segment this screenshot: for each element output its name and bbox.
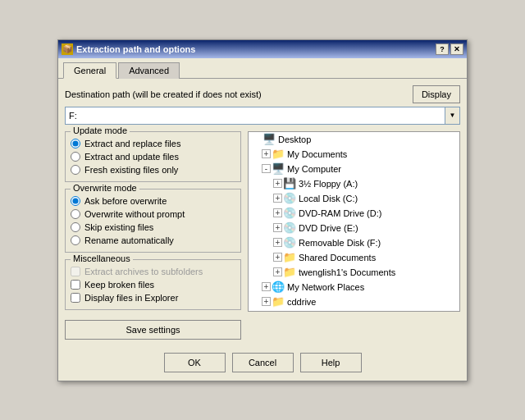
disk-icon: 💿	[283, 236, 296, 249]
tree-item-label: My Documents	[287, 149, 347, 159]
folder-icon: 📁	[283, 251, 296, 264]
network-icon: 🌐	[272, 281, 285, 294]
overwrite-radio-0[interactable]	[71, 196, 80, 206]
overwrite-option-2[interactable]: Skip existing files	[71, 222, 235, 232]
tree-expand-icon	[250, 134, 262, 145]
tree-item-label: My Computer	[287, 164, 341, 174]
tree-item-label: My Network Places	[287, 282, 364, 292]
main-panels: Update mode Extract and replace files Ex…	[65, 131, 460, 340]
overwrite-radio-1[interactable]	[71, 209, 80, 219]
misc-checkbox-0[interactable]	[71, 267, 80, 276]
display-button[interactable]: Display	[413, 85, 460, 103]
disk-icon: 💿	[283, 207, 296, 220]
misc-check-0[interactable]: Extract archives to subfolders	[71, 267, 235, 276]
overwrite-option-0[interactable]: Ask before overwrite	[71, 196, 235, 206]
left-panel: Update mode Extract and replace files Ex…	[65, 131, 241, 340]
overwrite-radio-2[interactable]	[71, 222, 80, 232]
tree-item[interactable]: +💿DVD Drive (E:)	[249, 221, 459, 235]
title-buttons: ? ✕	[436, 43, 463, 55]
tree-expand-icon[interactable]: +	[262, 297, 271, 306]
tree-item[interactable]: +💾3½ Floppy (A:)	[249, 176, 459, 191]
help-title-button[interactable]: ?	[436, 43, 449, 55]
tree-expand-icon[interactable]: +	[273, 208, 282, 217]
tree-item[interactable]: 📁Chat Program	[249, 309, 459, 312]
update-radio-1[interactable]	[71, 152, 80, 162]
tree-item-label: 3½ Floppy (A:)	[299, 179, 358, 189]
tab-content: Destination path (will be created if doe…	[58, 79, 467, 346]
update-radio-2[interactable]	[71, 165, 80, 175]
misc-check-1[interactable]: Keep broken files	[71, 280, 235, 290]
misc-label: Miscellaneous	[71, 253, 133, 263]
tree-item[interactable]: +💿Local Disk (C:)	[249, 191, 459, 206]
file-tree-panel[interactable]: 🖥️Desktop+📁My Documents-🖥️My Computer+💾3…	[248, 131, 460, 312]
tree-item[interactable]: +📁twenglish1's Documents	[249, 265, 459, 280]
tree-expand-icon[interactable]: +	[273, 267, 282, 276]
tab-general[interactable]: General	[63, 62, 116, 79]
disk-icon: 💿	[283, 221, 296, 235]
floppy-icon: 💾	[283, 177, 296, 190]
tree-item[interactable]: -🖥️My Computer	[249, 162, 459, 176]
update-option-2[interactable]: Fresh existing files only	[71, 165, 235, 175]
update-option-0[interactable]: Extract and replace files	[71, 139, 235, 148]
folder-icon: 📁	[272, 295, 285, 308]
tree-item[interactable]: +📁cddrive	[249, 294, 459, 309]
update-option-1[interactable]: Extract and update files	[71, 152, 235, 162]
misc-checkbox-1[interactable]	[71, 280, 80, 290]
misc-check-label-0: Extract archives to subfolders	[84, 267, 203, 276]
overwrite-radio-3[interactable]	[71, 235, 80, 245]
cancel-button[interactable]: Cancel	[232, 353, 294, 372]
overwrite-option-1[interactable]: Overwrite without prompt	[71, 209, 235, 219]
tree-item-label: twenglish1's Documents	[299, 267, 395, 277]
misc-check-label-2: Display files in Explorer	[84, 293, 178, 303]
path-input[interactable]	[66, 107, 445, 124]
update-mode-group: Update mode Extract and replace files Ex…	[65, 131, 241, 182]
path-combo[interactable]: ▼	[65, 107, 460, 125]
tree-item-label: Local Disk (C:)	[299, 194, 358, 203]
tree-expand-icon[interactable]: +	[273, 238, 282, 247]
misc-checkbox-2[interactable]	[71, 293, 80, 303]
update-option-label-2: Fresh existing files only	[84, 165, 178, 175]
save-settings-button[interactable]: Save settings	[65, 320, 241, 340]
tree-expand-icon[interactable]: +	[262, 282, 271, 291]
tree-expand-icon[interactable]: +	[273, 223, 282, 232]
tree-item-label: Desktop	[278, 135, 311, 144]
help-button[interactable]: Help	[300, 353, 362, 372]
tree-expand-icon[interactable]: +	[262, 149, 271, 158]
destination-label: Destination path (will be created if doe…	[65, 89, 262, 99]
overwrite-option-label-1: Overwrite without prompt	[84, 209, 185, 219]
tree-item-label: cddrive	[287, 297, 316, 307]
overwrite-option-label-2: Skip existing files	[84, 222, 153, 232]
tab-bar: General Advanced	[58, 58, 467, 79]
window-title: Extraction path and options	[76, 44, 195, 54]
tree-expand-icon[interactable]: +	[273, 179, 282, 188]
update-mode-label: Update mode	[71, 126, 130, 135]
desktop-icon: 🖥️	[262, 133, 276, 146]
tree-item[interactable]: +🌐My Network Places	[249, 280, 459, 294]
tree-item-label: DVD-RAM Drive (D:)	[299, 208, 381, 218]
tree-item[interactable]: +📁Shared Documents	[249, 250, 459, 265]
bottom-bar: OK Cancel Help	[58, 346, 467, 381]
title-bar-left: 📦 Extraction path and options	[62, 43, 195, 55]
overwrite-option-3[interactable]: Rename automatically	[71, 235, 235, 245]
tree-item[interactable]: +💿DVD-RAM Drive (D:)	[249, 206, 459, 221]
main-window: 📦 Extraction path and options ? ✕ Genera…	[57, 39, 468, 381]
tree-item-label: DVD Drive (E:)	[299, 223, 358, 233]
computer-icon: 🖥️	[272, 162, 285, 176]
tab-advanced[interactable]: Advanced	[118, 62, 180, 79]
tree-item[interactable]: +💿Removable Disk (F:)	[249, 235, 459, 250]
tree-item[interactable]: 🖥️Desktop	[249, 132, 459, 147]
miscellaneous-group: Miscellaneous Extract archives to subfol…	[65, 259, 241, 310]
ok-button[interactable]: OK	[164, 353, 226, 372]
folder-icon: 📁	[274, 310, 287, 312]
overwrite-option-label-0: Ask before overwrite	[84, 196, 167, 206]
misc-check-2[interactable]: Display files in Explorer	[71, 293, 235, 303]
tree-expand-icon[interactable]: +	[273, 194, 282, 203]
tree-item-label: Removable Disk (F:)	[299, 238, 381, 248]
tree-expand-icon[interactable]: -	[262, 164, 271, 173]
path-dropdown-arrow[interactable]: ▼	[445, 107, 459, 124]
tree-item[interactable]: +📁My Documents	[249, 147, 459, 162]
update-radio-0[interactable]	[71, 139, 80, 148]
update-option-label-0: Extract and replace files	[84, 139, 180, 148]
close-title-button[interactable]: ✕	[450, 43, 463, 55]
tree-expand-icon[interactable]: +	[273, 253, 282, 262]
